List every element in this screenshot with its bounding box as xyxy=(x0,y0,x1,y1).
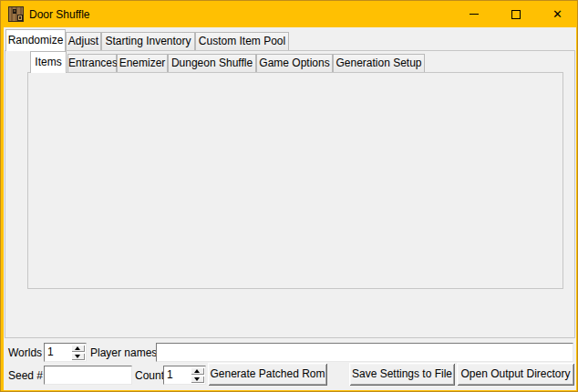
save-settings-button[interactable]: Save Settings to File xyxy=(349,363,455,386)
tab-entrances[interactable]: Entrances xyxy=(67,54,117,72)
tab-generation-setup[interactable]: Generation Setup xyxy=(333,54,425,72)
seed-input[interactable] xyxy=(44,366,132,385)
tab-game-options[interactable]: Game Options xyxy=(256,54,333,72)
spinner-up-icon[interactable] xyxy=(71,345,85,352)
maximize-icon xyxy=(511,10,521,19)
seed-label: Seed # xyxy=(8,366,43,385)
worlds-label: Worlds xyxy=(8,344,42,362)
tab-items[interactable]: Items xyxy=(30,51,67,73)
tab-randomize[interactable]: Randomize xyxy=(5,29,66,51)
count-spinner[interactable]: 1 xyxy=(163,366,206,385)
generate-patched-rom-button[interactable]: Generate Patched Rom xyxy=(208,363,327,386)
tab-starting-inventory[interactable]: Starting Inventory xyxy=(101,32,195,50)
worlds-spinner[interactable]: 1 xyxy=(44,343,87,362)
minimize-button[interactable] xyxy=(453,1,494,27)
tab-adjust[interactable]: Adjust xyxy=(66,32,101,50)
spinner-down-icon[interactable] xyxy=(191,376,204,383)
close-button[interactable]: ✕ xyxy=(537,1,578,27)
tab-dungeon-shuffle[interactable]: Dungeon Shuffle xyxy=(168,54,256,72)
tab-custom-item-pool[interactable]: Custom Item Pool xyxy=(195,32,289,50)
count-label: Count xyxy=(135,366,164,385)
items-tab-pane xyxy=(27,72,563,289)
player-names-label: Player names xyxy=(90,344,157,362)
minimize-icon xyxy=(470,14,479,15)
close-icon: ✕ xyxy=(552,7,563,21)
player-names-input[interactable] xyxy=(156,343,573,362)
spinner-up-icon[interactable] xyxy=(191,367,204,375)
titlebar: Door Shuffle ✕ xyxy=(1,1,577,27)
tab-enemizer[interactable]: Enemizer xyxy=(117,54,168,72)
window-title: Door Shuffle xyxy=(29,8,90,21)
spinner-down-icon[interactable] xyxy=(71,353,85,360)
door-icon xyxy=(8,6,24,22)
client-area: Randomize Adjust Starting Inventory Cust… xyxy=(4,27,576,390)
maximize-button[interactable] xyxy=(495,1,536,27)
open-output-directory-button[interactable]: Open Output Directory xyxy=(457,363,574,386)
window: Door Shuffle ✕ Randomize Adjust Starting… xyxy=(0,0,578,392)
